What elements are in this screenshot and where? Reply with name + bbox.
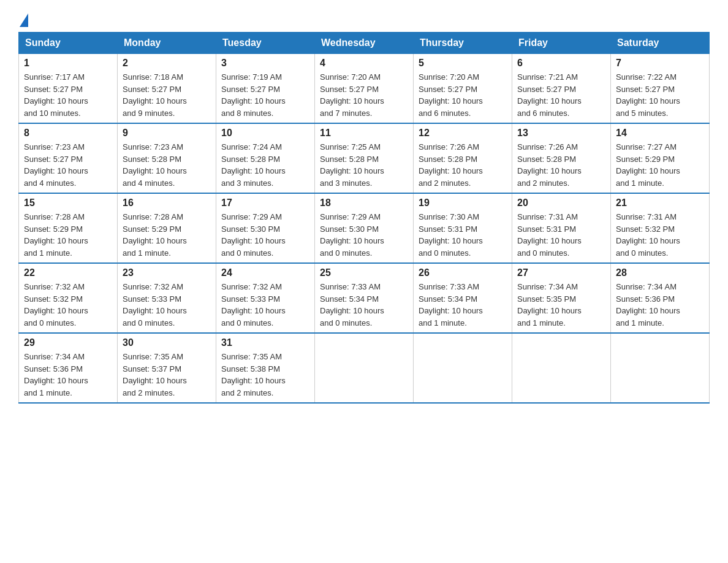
weekday-header-monday: Monday [118,33,216,54]
page-header [18,12,710,26]
calendar-table: SundayMondayTuesdayWednesdayThursdayFrid… [18,32,710,404]
day-info: Sunrise: 7:33 AMSunset: 5:34 PMDaylight:… [419,281,507,329]
day-info: Sunrise: 7:35 AMSunset: 5:38 PMDaylight:… [221,351,309,399]
day-info: Sunrise: 7:34 AMSunset: 5:35 PMDaylight:… [517,281,605,329]
day-info: Sunrise: 7:30 AMSunset: 5:31 PMDaylight:… [419,211,507,259]
calendar-cell: 4Sunrise: 7:20 AMSunset: 5:27 PMDaylight… [315,54,414,124]
calendar-cell: 2Sunrise: 7:18 AMSunset: 5:27 PMDaylight… [118,54,216,124]
calendar-cell: 15Sunrise: 7:28 AMSunset: 5:29 PMDayligh… [19,193,118,263]
day-info: Sunrise: 7:18 AMSunset: 5:27 PMDaylight:… [123,71,211,119]
calendar-cell: 12Sunrise: 7:26 AMSunset: 5:28 PMDayligh… [414,123,512,193]
day-number: 25 [320,267,408,278]
day-info: Sunrise: 7:29 AMSunset: 5:30 PMDaylight:… [320,211,408,259]
day-info: Sunrise: 7:32 AMSunset: 5:33 PMDaylight:… [123,281,211,329]
calendar-cell: 16Sunrise: 7:28 AMSunset: 5:29 PMDayligh… [118,193,216,263]
calendar-cell: 26Sunrise: 7:33 AMSunset: 5:34 PMDayligh… [414,263,512,333]
day-number: 14 [616,128,704,139]
day-info: Sunrise: 7:20 AMSunset: 5:27 PMDaylight:… [320,71,408,119]
day-number: 22 [24,267,112,278]
day-number: 5 [419,58,507,69]
day-number: 17 [221,197,309,209]
day-number: 8 [24,128,112,139]
calendar-week-row-4: 22Sunrise: 7:32 AMSunset: 5:32 PMDayligh… [19,263,710,333]
calendar-week-row-1: 1Sunrise: 7:17 AMSunset: 5:27 PMDaylight… [19,54,710,124]
day-info: Sunrise: 7:34 AMSunset: 5:36 PMDaylight:… [616,281,704,329]
calendar-cell: 31Sunrise: 7:35 AMSunset: 5:38 PMDayligh… [216,333,315,403]
calendar-cell: 3Sunrise: 7:19 AMSunset: 5:27 PMDaylight… [216,54,315,124]
calendar-cell: 22Sunrise: 7:32 AMSunset: 5:32 PMDayligh… [19,263,118,333]
calendar-cell: 28Sunrise: 7:34 AMSunset: 5:36 PMDayligh… [611,263,710,333]
calendar-cell [315,333,414,403]
calendar-cell: 9Sunrise: 7:23 AMSunset: 5:28 PMDaylight… [118,123,216,193]
weekday-header-saturday: Saturday [611,33,710,54]
calendar-cell: 30Sunrise: 7:35 AMSunset: 5:37 PMDayligh… [118,333,216,403]
day-info: Sunrise: 7:33 AMSunset: 5:34 PMDaylight:… [320,281,408,329]
day-number: 28 [616,267,704,278]
day-number: 30 [123,337,211,348]
day-info: Sunrise: 7:35 AMSunset: 5:37 PMDaylight:… [123,351,211,399]
day-number: 19 [419,197,507,209]
day-info: Sunrise: 7:31 AMSunset: 5:32 PMDaylight:… [616,211,704,259]
day-info: Sunrise: 7:26 AMSunset: 5:28 PMDaylight:… [517,141,605,189]
calendar-cell: 27Sunrise: 7:34 AMSunset: 5:35 PMDayligh… [512,263,611,333]
day-info: Sunrise: 7:22 AMSunset: 5:27 PMDaylight:… [616,71,704,119]
day-info: Sunrise: 7:28 AMSunset: 5:29 PMDaylight:… [123,211,211,259]
calendar-week-row-2: 8Sunrise: 7:23 AMSunset: 5:27 PMDaylight… [19,123,710,193]
weekday-header-friday: Friday [512,33,611,54]
logo-arrow-icon [20,13,28,27]
day-number: 6 [517,58,605,69]
weekday-header-tuesday: Tuesday [216,33,315,54]
calendar-cell: 11Sunrise: 7:25 AMSunset: 5:28 PMDayligh… [315,123,414,193]
day-number: 18 [320,197,408,209]
day-info: Sunrise: 7:31 AMSunset: 5:31 PMDaylight:… [517,211,605,259]
day-number: 11 [320,128,408,139]
calendar-cell: 24Sunrise: 7:32 AMSunset: 5:33 PMDayligh… [216,263,315,333]
day-number: 2 [123,58,211,69]
day-number: 16 [123,197,211,209]
day-info: Sunrise: 7:19 AMSunset: 5:27 PMDaylight:… [221,71,309,119]
day-number: 9 [123,128,211,139]
day-info: Sunrise: 7:27 AMSunset: 5:29 PMDaylight:… [616,141,704,189]
calendar-cell: 17Sunrise: 7:29 AMSunset: 5:30 PMDayligh… [216,193,315,263]
calendar-cell: 10Sunrise: 7:24 AMSunset: 5:28 PMDayligh… [216,123,315,193]
calendar-cell: 29Sunrise: 7:34 AMSunset: 5:36 PMDayligh… [19,333,118,403]
day-info: Sunrise: 7:26 AMSunset: 5:28 PMDaylight:… [419,141,507,189]
weekday-header-sunday: Sunday [19,33,118,54]
calendar-cell: 13Sunrise: 7:26 AMSunset: 5:28 PMDayligh… [512,123,611,193]
day-info: Sunrise: 7:24 AMSunset: 5:28 PMDaylight:… [221,141,309,189]
day-info: Sunrise: 7:32 AMSunset: 5:33 PMDaylight:… [221,281,309,329]
calendar-cell: 19Sunrise: 7:30 AMSunset: 5:31 PMDayligh… [414,193,512,263]
day-info: Sunrise: 7:29 AMSunset: 5:30 PMDaylight:… [221,211,309,259]
day-number: 13 [517,128,605,139]
day-info: Sunrise: 7:34 AMSunset: 5:36 PMDaylight:… [24,351,112,399]
calendar-cell [512,333,611,403]
day-number: 20 [517,197,605,209]
calendar-cell: 1Sunrise: 7:17 AMSunset: 5:27 PMDaylight… [19,54,118,124]
calendar-week-row-3: 15Sunrise: 7:28 AMSunset: 5:29 PMDayligh… [19,193,710,263]
calendar-cell: 25Sunrise: 7:33 AMSunset: 5:34 PMDayligh… [315,263,414,333]
day-info: Sunrise: 7:32 AMSunset: 5:32 PMDaylight:… [24,281,112,329]
day-number: 10 [221,128,309,139]
calendar-cell: 8Sunrise: 7:23 AMSunset: 5:27 PMDaylight… [19,123,118,193]
day-info: Sunrise: 7:20 AMSunset: 5:27 PMDaylight:… [419,71,507,119]
day-number: 26 [419,267,507,278]
day-number: 29 [24,337,112,348]
day-number: 21 [616,197,704,209]
day-info: Sunrise: 7:25 AMSunset: 5:28 PMDaylight:… [320,141,408,189]
day-number: 27 [517,267,605,278]
day-number: 15 [24,197,112,209]
weekday-header-thursday: Thursday [414,33,512,54]
day-number: 1 [24,58,112,69]
calendar-cell [414,333,512,403]
calendar-cell: 23Sunrise: 7:32 AMSunset: 5:33 PMDayligh… [118,263,216,333]
day-number: 24 [221,267,309,278]
day-info: Sunrise: 7:21 AMSunset: 5:27 PMDaylight:… [517,71,605,119]
calendar-cell: 20Sunrise: 7:31 AMSunset: 5:31 PMDayligh… [512,193,611,263]
calendar-cell: 6Sunrise: 7:21 AMSunset: 5:27 PMDaylight… [512,54,611,124]
calendar-cell: 7Sunrise: 7:22 AMSunset: 5:27 PMDaylight… [611,54,710,124]
logo [18,12,29,26]
day-number: 31 [221,337,309,348]
day-info: Sunrise: 7:28 AMSunset: 5:29 PMDaylight:… [24,211,112,259]
day-number: 4 [320,58,408,69]
calendar-week-row-5: 29Sunrise: 7:34 AMSunset: 5:36 PMDayligh… [19,333,710,403]
